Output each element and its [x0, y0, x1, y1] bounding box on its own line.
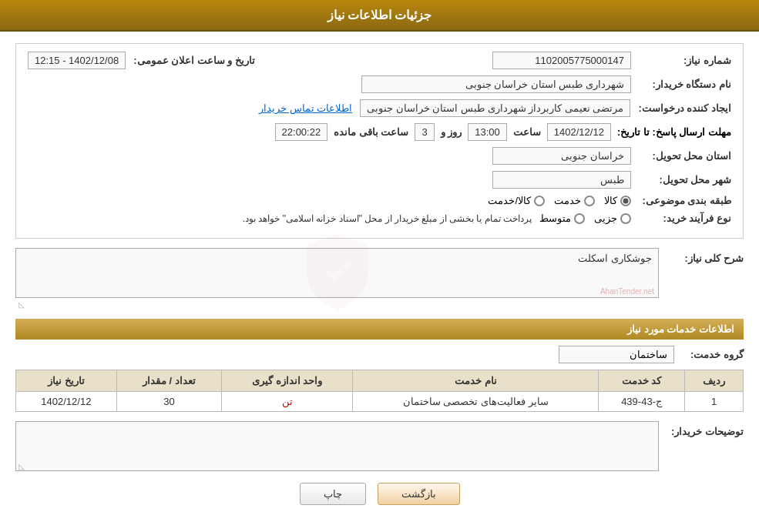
creator-label: ایجاد کننده درخواست: — [638, 102, 731, 114]
category-kala-radio[interactable] — [620, 196, 631, 206]
category-kala-khadamat-label: کالا/خدمت — [488, 195, 531, 206]
services-title-text: اطلاعات خدمات مورد نیاز — [627, 323, 734, 335]
cell-code: ج-43-439 — [599, 392, 685, 412]
buyer-org-row: نام دستگاه خریدار: شهرداری طبس استان خرا… — [28, 75, 731, 93]
section-body: شماره نیاز: 1102005775000147 تاریخ و ساع… — [16, 44, 743, 238]
description-label: شرح کلی نیاز: — [667, 253, 744, 264]
info-section: شماره نیاز: 1102005775000147 تاریخ و ساع… — [15, 43, 744, 239]
deadline-time-label: ساعت — [513, 126, 541, 138]
button-row: بازگشت چاپ — [15, 483, 744, 505]
cell-date: 1402/12/12 — [16, 392, 117, 412]
need-number-label: شماره نیاز: — [639, 55, 731, 66]
deadline-date: 1402/12/12 — [547, 123, 611, 141]
category-kala-khadamat-item[interactable]: کالا/خدمت — [488, 195, 545, 206]
resize-handle[interactable]: ◺ — [17, 300, 25, 308]
buyer-org-value: شهرداری طبس استان خراسان جنوبی — [361, 75, 631, 93]
description-wrapper: جوشکاری اسکلت AhanTender.net ◺ — [15, 248, 659, 309]
col-name: نام خدمت — [353, 370, 599, 392]
buyer-notes-resize[interactable]: ◺ — [17, 462, 25, 470]
contact-link[interactable]: اطلاعات تماس خریدار — [259, 102, 352, 114]
cell-name: سایر فعالیت‌های تخصصی ساختمان — [353, 392, 599, 412]
page-wrapper: جزئیات اطلاعات نیاز شماره نیاز: 11020057… — [0, 0, 759, 532]
page-header: جزئیات اطلاعات نیاز — [0, 0, 759, 32]
services-table: ردیف کد خدمت نام خدمت واحد اندازه گیری ت… — [15, 370, 744, 412]
buyer-notes-label: توضیحات خریدار: — [667, 426, 744, 437]
process-row: نوع فرآیند خرید: جزیی متوسط پرداخت تمام … — [28, 212, 731, 224]
process-motavaset-label: متوسط — [539, 212, 571, 224]
process-jozi-item[interactable]: جزیی — [594, 212, 631, 224]
buyer-notes-textarea[interactable] — [15, 421, 659, 471]
process-radio-group: جزیی متوسط — [539, 212, 631, 224]
city-value: طبس — [492, 171, 631, 189]
col-code: کد خدمت — [599, 370, 685, 392]
category-khadamat-label: خدمت — [554, 195, 581, 206]
buyer-notes-section: توضیحات خریدار: ◺ — [15, 421, 744, 471]
shield-watermark — [299, 229, 376, 316]
process-motavaset-radio[interactable] — [574, 213, 585, 224]
description-textarea[interactable]: جوشکاری اسکلت AhanTender.net — [15, 248, 659, 298]
description-section: شرح کلی نیاز: جوشکاری اسکلت AhanTender.n… — [15, 248, 744, 309]
category-kala-label: کالا — [604, 195, 617, 206]
watermark-text: AhanTender.net — [600, 287, 654, 296]
col-unit: واحد اندازه گیری — [222, 370, 353, 392]
table-header-row: ردیف کد خدمت نام خدمت واحد اندازه گیری ت… — [16, 370, 744, 392]
category-kala-item[interactable]: کالا — [604, 195, 631, 206]
back-button[interactable]: بازگشت — [378, 483, 460, 505]
category-khadamat-radio[interactable] — [584, 196, 595, 206]
col-radif: ردیف — [685, 370, 744, 392]
service-group-value: ساختمان — [559, 346, 674, 363]
province-value: خراسان جنوبی — [492, 147, 631, 165]
buyer-notes-wrapper: ◺ — [15, 421, 659, 471]
table-row: 1 ج-43-439 سایر فعالیت‌های تخصصی ساختمان… — [16, 392, 744, 412]
col-date: تاریخ نیاز — [16, 370, 117, 392]
col-count: تعداد / مقدار — [116, 370, 221, 392]
process-note: پرداخت تمام یا بخشی از مبلغ خریدار از مح… — [243, 213, 532, 224]
need-number-value: 1102005775000147 — [492, 52, 631, 69]
category-khadamat-item[interactable]: خدمت — [554, 195, 595, 206]
province-row: استان محل تحویل: خراسان جنوبی — [28, 147, 731, 165]
category-label: طبقه بندی موضوعی: — [639, 195, 731, 206]
need-number-row: شماره نیاز: 1102005775000147 تاریخ و ساع… — [28, 52, 731, 69]
cell-count: 30 — [116, 392, 221, 412]
category-radio-group: کالا خدمت کالا/خدمت — [488, 195, 631, 206]
city-row: شهر محل تحویل: طبس — [28, 171, 731, 189]
cell-radif: 1 — [685, 392, 744, 412]
cell-unit: تن — [222, 392, 353, 412]
page-title: جزئیات اطلاعات نیاز — [327, 8, 432, 22]
deadline-row: مهلت ارسال پاسخ: تا تاریخ: 1402/12/12 سا… — [28, 123, 731, 141]
category-row: طبقه بندی موضوعی: کالا خدمت کالا/خدمت — [28, 195, 731, 206]
process-jozi-label: جزیی — [594, 212, 617, 224]
category-kala-khadamat-radio[interactable] — [534, 196, 545, 206]
deadline-day: 3 — [415, 123, 434, 141]
service-group-row: گروه خدمت: ساختمان — [15, 346, 744, 363]
deadline-time: 13:00 — [468, 123, 507, 141]
announce-label: تاریخ و ساعت اعلان عمومی: — [133, 55, 255, 66]
process-motavaset-item[interactable]: متوسط — [539, 212, 585, 224]
description-value: جوشکاری اسکلت — [578, 253, 652, 264]
deadline-remain-label: ساعت باقی مانده — [334, 126, 408, 138]
deadline-remain: 22:00:22 — [275, 123, 328, 141]
print-button[interactable]: چاپ — [300, 483, 366, 505]
service-group-label: گروه خدمت: — [682, 349, 744, 360]
deadline-day-label: روز و — [441, 126, 462, 138]
province-label: استان محل تحویل: — [639, 150, 731, 162]
creator-value: مرتضی نعیمی کاربرداز شهرداری طبس استان خ… — [360, 99, 630, 117]
process-jozi-radio[interactable] — [620, 213, 631, 224]
city-label: شهر محل تحویل: — [639, 174, 731, 186]
announce-value: 1402/12/08 - 12:15 — [28, 52, 126, 69]
deadline-label: مهلت ارسال پاسخ: تا تاریخ: — [617, 126, 731, 138]
buyer-org-label: نام دستگاه خریدار: — [639, 79, 731, 90]
services-section-title: اطلاعات خدمات مورد نیاز — [15, 319, 744, 340]
creator-row: ایجاد کننده درخواست: مرتضی نعیمی کاربردا… — [28, 99, 731, 117]
description-area: جوشکاری اسکلت AhanTender.net ◺ — [15, 248, 659, 309]
process-label: نوع فرآیند خرید: — [639, 212, 731, 224]
main-content: شماره نیاز: 1102005775000147 تاریخ و ساع… — [0, 32, 759, 528]
